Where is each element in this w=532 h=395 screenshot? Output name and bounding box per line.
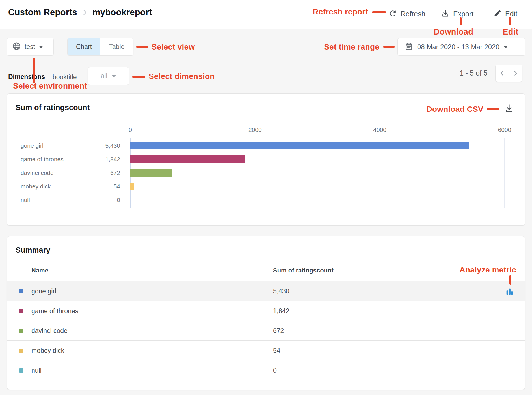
column-header-name: Name [31,267,48,274]
annotation-line-download-csv [487,108,499,110]
edit-button[interactable]: Edit [494,9,517,18]
annotation-line-set-time-range [383,46,395,48]
breadcrumb-parent[interactable]: Custom Reports [8,7,77,18]
breadcrumb: Custom Reports mybookreport [8,7,152,18]
page-header: Custom Reports mybookreport Refresh Expo… [0,0,532,29]
summary-title: Summary [16,246,50,255]
bar-chart-icon [505,287,514,296]
tab-table[interactable]: Table [100,38,133,55]
chart-row: mobey dick54 [7,180,525,193]
series-color-swatch [19,289,23,293]
summary-table-header: Name Sum of ratingscount [7,266,525,281]
chart-row: gone girl5,430 [7,139,525,153]
refresh-button[interactable]: Refresh [388,9,425,19]
table-row[interactable]: null0 [7,360,525,380]
x-axis-tick: 4000 [373,126,386,133]
row-value: 672 [273,321,284,341]
chart-title: Sum of ratingscount [16,103,90,112]
annotation-refresh-report: Refresh report [313,7,368,16]
annotation-line-edit [509,17,511,25]
chart-bar [130,169,172,177]
annotation-download: Download [434,27,473,37]
dimensions-label: Dimensions [8,73,45,81]
chart-row: null0 [7,193,525,207]
chart-bar [130,155,245,163]
tab-chart[interactable]: Chart [68,38,100,55]
chevron-down-icon [112,75,116,78]
chart-bar [130,142,469,149]
previous-page-button[interactable] [496,65,509,82]
chart-value-label: 54 [89,180,120,193]
annotation-line-refresh [372,11,386,13]
annotation-analyze-metric: Analyze metric [460,265,516,274]
chart-category-label: game of thrones [21,153,64,166]
chart-x-axis: 0200040006000 [130,126,505,133]
view-toggle: Chart Table [67,38,133,56]
calendar-icon [405,42,413,52]
export-button[interactable]: Export [441,9,473,19]
series-color-swatch [19,368,23,373]
chevron-right-icon [512,70,519,77]
row-value: 54 [273,341,280,360]
row-value: 1,842 [273,301,289,321]
download-icon [504,103,514,113]
table-row[interactable]: davinci code672 [7,321,525,340]
table-row[interactable]: game of thrones1,842 [7,301,525,321]
analyze-metric-button[interactable] [505,287,514,296]
chevron-down-icon [503,46,508,48]
dimension-filter-value: all [101,72,107,80]
dimension-filter-select[interactable]: all [88,67,129,85]
dimension-name: booktitle [53,73,77,81]
row-name: mobey dick [31,341,64,360]
chevron-left-icon [498,70,506,77]
pagination-label: 1 - 5 of 5 [460,69,488,77]
annotation-select-dimension: Select dimension [149,72,215,81]
environment-select[interactable]: test [7,38,54,56]
chart-category-label: davinci code [21,166,54,180]
series-color-swatch [19,329,23,333]
annotation-line-select-environment [33,58,35,83]
chevron-down-icon [39,46,43,48]
chart-category-label: gone girl [21,139,44,153]
pagination-controls [495,65,522,82]
table-row[interactable]: gone girl5,430 [7,281,525,301]
annotation-edit: Edit [503,27,518,37]
row-name: davinci code [31,321,68,341]
edit-label: Edit [505,10,517,18]
date-range-picker[interactable]: 08 Mar 2020 - 13 Mar 2020 [397,38,525,56]
download-icon [441,9,450,19]
chart-row: game of thrones1,842 [7,153,525,166]
next-page-button[interactable] [509,65,522,82]
x-axis-tick: 2000 [248,126,262,133]
date-range-value: 08 Mar 2020 - 13 Mar 2020 [417,43,499,51]
x-axis-tick: 0 [129,126,132,133]
row-name: null [31,360,42,380]
chart-bars: gone girl5,430game of thrones1,842davinc… [7,139,525,207]
row-value: 5,430 [273,281,289,301]
summary-table-body: gone girl5,430game of thrones1,842davinc… [7,281,525,380]
table-row[interactable]: mobey dick54 [7,340,525,360]
annotation-line-select-view [136,46,148,48]
annotation-download-csv: Download CSV [426,105,483,114]
annotation-line-analyze-metric [509,275,511,285]
chart-category-label: mobey dick [21,180,51,193]
series-color-swatch [19,309,23,313]
series-color-swatch [19,349,23,353]
export-label: Export [453,10,473,18]
chart-value-label: 672 [89,166,120,180]
chart-value-label: 1,842 [89,153,120,166]
column-header-value: Sum of ratingscount [273,267,334,274]
annotation-line-select-dimension [132,76,145,78]
annotation-select-view: Select view [152,42,195,51]
summary-card: Summary Name Sum of ratingscount gone gi… [7,236,525,390]
globe-icon [12,42,21,52]
annotation-select-environment: Select environment [13,81,87,91]
x-axis-tick: 6000 [498,126,511,133]
annotation-set-time-range: Set time range [324,42,379,51]
custom-report-page: Custom Reports mybookreport Refresh Expo… [0,0,532,395]
chart-row: davinci code672 [7,166,525,180]
chart-value-label: 5,430 [89,139,120,153]
row-name: gone girl [31,281,56,301]
download-csv-button[interactable] [504,103,514,113]
chart-category-label: null [21,193,30,207]
